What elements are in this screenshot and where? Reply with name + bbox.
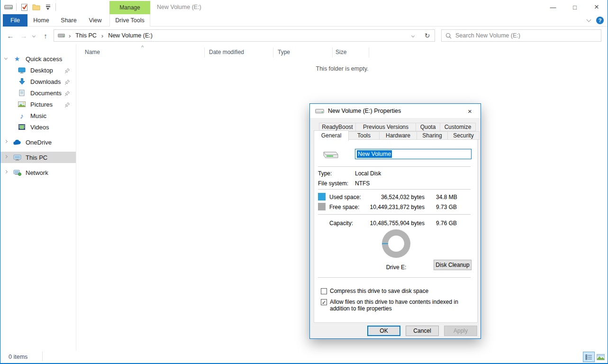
pin-icon [65,102,70,109]
sort-ascending-icon[interactable]: ^ [141,45,144,50]
tab-home[interactable]: Home [29,14,54,27]
tab-quota[interactable]: Quota [416,123,440,131]
tab-share[interactable]: Share [56,14,81,27]
capacity-bytes: 10,485,755,904 bytes [370,220,425,227]
ribbon-right-controls: ? [587,14,604,27]
column-header-type[interactable]: Type [278,49,290,55]
filesystem-value: NTFS [355,180,370,187]
used-space-size: 34.8 MB [436,194,457,200]
sidebar-item-desktop[interactable]: Desktop [0,64,76,76]
new-folder-icon[interactable] [32,2,40,12]
disk-cleanup-button[interactable]: Disk Cleanup [434,260,472,270]
tab-hardware[interactable]: Hardware [379,131,417,140]
help-icon[interactable]: ? [596,17,604,24]
maximize-button[interactable]: □ [564,0,586,14]
details-view-button[interactable] [583,352,595,362]
status-bar: 0 items [0,351,608,363]
location-drive-icon [58,33,65,38]
cancel-button[interactable]: Cancel [406,326,439,336]
thumbnail-view-button[interactable] [595,352,607,362]
capacity-label: Capacity: [329,220,353,227]
dialog-title: New Volume (E:) Properties [328,108,401,114]
downloads-icon [18,78,26,85]
chevron-right-icon[interactable] [4,140,8,143]
tab-customize[interactable]: Customize [440,123,476,131]
volume-label-input[interactable]: New Volume [355,149,472,159]
chevron-right-icon[interactable] [4,170,8,173]
chevron-right-icon[interactable] [4,155,8,158]
sidebar-item-videos[interactable]: Videos [0,121,76,133]
breadcrumb-current[interactable]: New Volume (E:) [107,32,154,39]
compress-checkbox-label[interactable]: Compress this drive to save disk space [330,288,428,294]
volume-drive-icon [323,148,339,161]
search-box [441,29,601,42]
dialog-title-bar: New Volume (E:) Properties × [310,104,481,118]
forward-button[interactable]: → [18,30,29,41]
empty-folder-message: This folder is empty. [77,65,608,72]
breadcrumb-this-pc[interactable]: This PC [74,32,97,39]
column-header-size[interactable]: Size [336,49,346,55]
this-pc-icon [13,155,21,161]
tab-view[interactable]: View [83,14,108,27]
free-space-label: Free space: [329,204,359,210]
tab-tools[interactable]: Tools [348,131,380,140]
column-header-name[interactable]: Name [85,49,100,55]
breadcrumb-separator[interactable]: › [68,32,72,39]
breadcrumb[interactable]: › This PC › New Volume (E:) [54,29,406,42]
compress-checkbox[interactable] [321,288,327,294]
sidebar-item-quick-access[interactable]: ★ Quick access [0,53,76,64]
sidebar-item-downloads[interactable]: Downloads [0,76,76,87]
properties-icon[interactable] [20,2,28,12]
minimize-button[interactable]: — [542,0,564,14]
network-icon [13,170,21,176]
music-icon: ♪ [18,112,26,120]
sidebar-item-onedrive[interactable]: OneDrive [0,136,76,148]
window-title: New Volume (E:) [157,0,201,14]
chevron-down-icon[interactable] [4,56,8,60]
tab-security[interactable]: Security [447,131,480,140]
quick-access-star-icon: ★ [13,55,21,63]
type-label: Type: [318,170,332,177]
column-header-date-modified[interactable]: Date modified [209,49,244,55]
address-bar-row: ← → ↑ › This PC › New Volume (E:) ↻ [0,27,608,44]
back-button[interactable]: ← [5,30,16,41]
tab-sharing[interactable]: Sharing [417,131,448,140]
drive-icon[interactable] [4,2,13,12]
dialog-close-icon[interactable]: × [459,104,481,118]
dialog-drive-icon [315,109,324,114]
index-checkbox[interactable]: ✓ [321,299,327,305]
disk-usage-pie-chart [382,229,410,258]
free-space-bytes: 10,449,231,872 bytes [370,204,425,210]
apply-button[interactable]: Apply [444,326,477,336]
close-button[interactable]: × [586,0,608,14]
recent-locations-icon[interactable] [30,30,37,41]
filesystem-label: File system: [318,180,348,187]
sidebar-item-network[interactable]: Network [0,167,76,178]
tab-file[interactable]: File [3,14,27,27]
ok-button[interactable]: OK [367,326,400,336]
pictures-icon [18,101,26,107]
quick-access-toolbar [4,0,56,14]
onedrive-cloud-icon [13,140,21,145]
up-button[interactable]: ↑ [40,30,51,41]
refresh-icon[interactable]: ↻ [420,29,435,42]
search-input[interactable] [455,32,597,39]
sidebar-item-pictures[interactable]: Pictures [0,99,76,110]
address-dropdown-icon[interactable] [406,29,420,42]
window-controls: — □ × [542,0,608,14]
tab-general[interactable]: General [314,130,349,141]
contextual-group-manage[interactable]: Manage [109,1,150,14]
tab-previous-versions[interactable]: Previous Versions [355,123,416,131]
ribbon-tab-row: File Home Share View Drive Tools ? [0,14,608,27]
customize-toolbar-icon[interactable] [44,2,52,12]
breadcrumb-separator[interactable]: › [100,32,104,39]
collapse-ribbon-icon[interactable] [587,18,591,22]
column-headers: ^ Name Date modified Type Size [77,47,608,58]
sidebar-item-documents[interactable]: Documents [0,87,76,99]
used-space-swatch [318,193,326,200]
index-checkbox-label[interactable]: Allow files on this drive to have conten… [330,299,476,312]
sidebar-item-this-pc[interactable]: This PC [0,152,76,163]
tab-drive-tools[interactable]: Drive Tools [109,14,150,27]
used-space-label: Used space: [329,194,361,200]
sidebar-item-music[interactable]: ♪ Music [0,110,76,121]
